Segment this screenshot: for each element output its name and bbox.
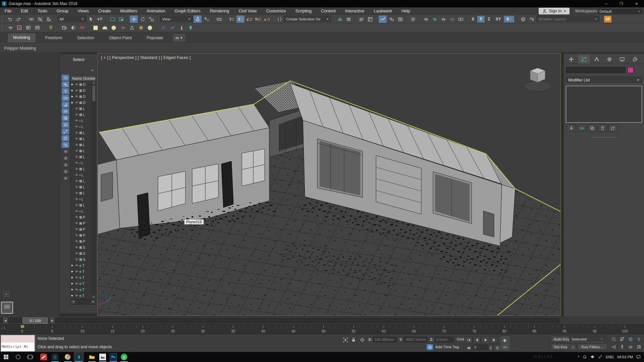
scroll-down-icon[interactable]: ▼ bbox=[92, 295, 96, 299]
menu-views[interactable]: Views bbox=[73, 7, 94, 15]
light-lister-button[interactable] bbox=[47, 24, 55, 32]
create-layer-button[interactable] bbox=[528, 15, 536, 23]
object-pair-button[interactable] bbox=[168, 24, 176, 32]
mini-expand-button[interactable]: ▸ bbox=[3, 291, 9, 297]
app-layout[interactable]: ⟨⟩ bbox=[51, 353, 59, 361]
axis-constraint-XY3-button[interactable]: XY bbox=[493, 16, 503, 22]
list-item[interactable]: S bbox=[71, 256, 92, 262]
visibility-eye-icon[interactable] bbox=[75, 276, 78, 280]
notification-icon[interactable] bbox=[583, 355, 587, 360]
app-photoshop[interactable]: Ps bbox=[109, 353, 117, 361]
docked-tool-button[interactable] bbox=[1, 302, 13, 314]
list-item[interactable]: ▶ D bbox=[71, 100, 92, 106]
tab-hierarchy[interactable] bbox=[591, 55, 603, 64]
render-elements-button[interactable] bbox=[24, 24, 32, 32]
frame-back-button[interactable]: ◀ bbox=[3, 318, 8, 323]
visibility-eye-icon[interactable] bbox=[75, 107, 78, 111]
visibility-eye-icon[interactable] bbox=[75, 288, 78, 292]
list-item[interactable]: ▶ D bbox=[71, 94, 92, 100]
list-item[interactable]: L bbox=[71, 130, 92, 136]
frame-spinner[interactable]: ▲▼ bbox=[488, 344, 493, 352]
list-item[interactable]: P bbox=[71, 214, 92, 220]
viewport-label[interactable]: [ + ] [ Perspective ] [ Standard ] [ Edg… bbox=[101, 55, 191, 60]
visibility-eye-icon[interactable] bbox=[75, 173, 78, 177]
axis-constraint-Z2-button[interactable]: Z bbox=[485, 16, 492, 22]
list-item[interactable]: L bbox=[71, 190, 92, 196]
selection-lock-icon[interactable] bbox=[351, 337, 356, 344]
zoom-icon[interactable] bbox=[610, 336, 618, 343]
laubwerk-tree-button[interactable] bbox=[186, 24, 195, 32]
list-item[interactable]: L bbox=[71, 148, 92, 154]
absolute-mode-icon[interactable] bbox=[360, 337, 365, 344]
z-coordinate-field[interactable] bbox=[435, 337, 453, 342]
maximize-viewport-icon[interactable] bbox=[635, 343, 643, 351]
visibility-eye-icon[interactable] bbox=[75, 185, 78, 189]
dome-light-button[interactable] bbox=[101, 24, 109, 32]
minimize-button[interactable]: ─ bbox=[599, 0, 614, 7]
key-mode-dropdown[interactable]: Selected▼ bbox=[569, 336, 605, 342]
visibility-eye-icon[interactable] bbox=[75, 227, 78, 232]
explorer-vscrollbar[interactable]: ▲ ▼ bbox=[92, 81, 96, 299]
list-item[interactable]: L bbox=[71, 202, 92, 208]
sign-in-button[interactable]: Sign In ▼ bbox=[539, 8, 570, 14]
filter-geo-button[interactable] bbox=[62, 75, 69, 81]
render-iterative-button[interactable] bbox=[430, 15, 438, 23]
explorer-tool-2-button[interactable] bbox=[62, 155, 70, 161]
sky-light-button[interactable] bbox=[146, 24, 154, 32]
tab-motion[interactable] bbox=[603, 55, 615, 64]
list-item[interactable]: L bbox=[71, 178, 92, 184]
x-coordinate-field[interactable] bbox=[373, 337, 396, 342]
visibility-eye-icon[interactable] bbox=[75, 233, 78, 238]
cortana-button[interactable] bbox=[14, 353, 22, 361]
object-color-swatch[interactable] bbox=[628, 67, 634, 73]
toolbar-drag-handle[interactable] bbox=[2, 16, 4, 22]
menu-customize[interactable]: Customize bbox=[261, 7, 290, 15]
visibility-eye-icon[interactable] bbox=[75, 209, 78, 214]
pen-settings-icon[interactable] bbox=[598, 355, 602, 360]
visibility-eye-icon[interactable] bbox=[75, 239, 78, 244]
add-time-tag[interactable]: Add Time Tag bbox=[435, 345, 459, 349]
menu-animation[interactable]: Animation bbox=[142, 7, 170, 15]
close-button[interactable]: ✕ bbox=[629, 0, 644, 7]
visibility-eye-icon[interactable] bbox=[75, 203, 78, 207]
environment-settings-button[interactable] bbox=[33, 24, 41, 32]
set-keys-button[interactable]: + bbox=[500, 336, 511, 351]
axis-constraint-X4-button[interactable]: X﹖ bbox=[504, 16, 514, 22]
visibility-eye-icon[interactable] bbox=[75, 155, 78, 159]
menu-graph-editors[interactable]: Graph Editors bbox=[170, 7, 205, 15]
list-item[interactable]: ▶ ♣T bbox=[71, 275, 92, 281]
pin-stack-button[interactable] bbox=[567, 124, 576, 132]
menu-modifiers[interactable]: Modifiers bbox=[115, 7, 142, 15]
visibility-eye-icon[interactable] bbox=[75, 179, 78, 183]
visibility-eye-icon[interactable] bbox=[75, 143, 78, 147]
list-item[interactable]: ▶ ♣T bbox=[71, 287, 92, 293]
rectangular-selection-region-button[interactable] bbox=[108, 15, 116, 23]
menu-laubwerk[interactable]: Laubwerk bbox=[369, 7, 397, 15]
axis-constraint-X0-button[interactable]: X bbox=[469, 16, 477, 22]
list-item[interactable]: ▶ D bbox=[71, 87, 92, 94]
select-object-button[interactable] bbox=[87, 15, 95, 23]
visibility-eye-icon[interactable] bbox=[75, 82, 78, 87]
expand-panel-button[interactable]: » bbox=[91, 67, 94, 72]
list-item[interactable]: ▶ ♣T bbox=[71, 293, 92, 299]
menu-scripting[interactable]: Scripting bbox=[290, 7, 316, 15]
zoom-extents-icon[interactable] bbox=[627, 336, 635, 343]
visibility-eye-icon[interactable] bbox=[75, 88, 78, 93]
viewcube[interactable] bbox=[524, 65, 552, 92]
mirror-button[interactable] bbox=[336, 15, 344, 23]
visibility-eye-icon[interactable] bbox=[75, 137, 78, 141]
visibility-eye-icon[interactable] bbox=[75, 282, 78, 286]
menu-civil-view[interactable]: Civil View bbox=[234, 7, 261, 15]
time-slider-thumb[interactable]: 0 / 100 bbox=[22, 317, 48, 324]
column-header-name[interactable]: Name (Sorted A bbox=[71, 76, 96, 81]
undo-button[interactable] bbox=[6, 15, 14, 23]
select-and-manipulate-button[interactable] bbox=[202, 15, 210, 23]
task-view-button[interactable] bbox=[26, 353, 34, 361]
snap-toggle-5-button[interactable]: ▲Ω bbox=[263, 15, 271, 23]
list-item[interactable]: L bbox=[71, 166, 92, 172]
tab-object-paint[interactable]: Object Paint bbox=[104, 34, 137, 42]
named-selection-sets-dropdown[interactable]: Create Selection Se▼ bbox=[284, 16, 331, 23]
menu-create[interactable]: Create bbox=[94, 7, 116, 15]
menu-file[interactable]: File bbox=[0, 7, 16, 15]
list-item[interactable]: ●L bbox=[71, 196, 92, 202]
